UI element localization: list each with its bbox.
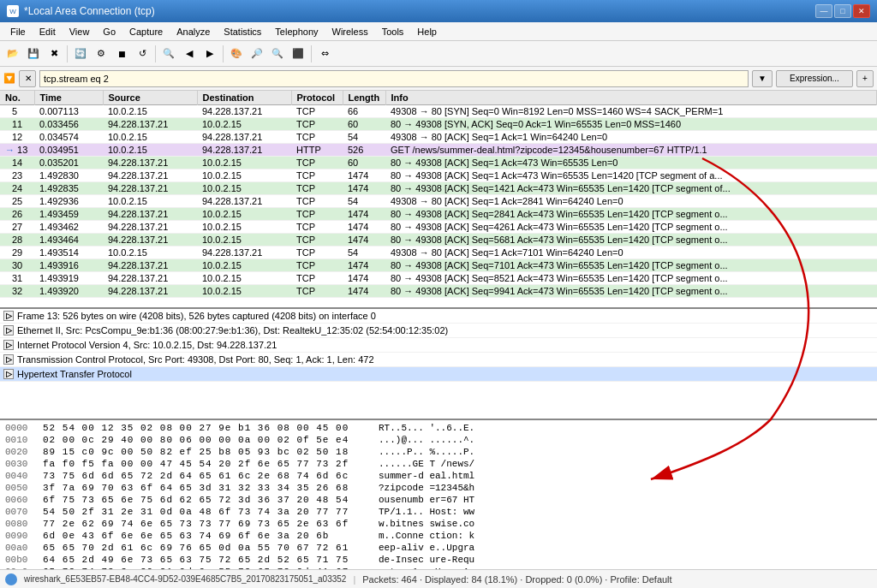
col-proto: Protocol bbox=[291, 91, 343, 105]
table-row[interactable]: 311.49391994.228.137.2110.0.2.15TCP14748… bbox=[0, 272, 877, 285]
cell-len: 1474 bbox=[343, 272, 385, 285]
menu-file[interactable]: File bbox=[3, 25, 33, 39]
detail-row[interactable]: ▷Transmission Control Protocol, Src Port… bbox=[0, 353, 877, 367]
menu-edit[interactable]: Edit bbox=[33, 25, 63, 39]
hex-row[interactable]: 0030fa f0 f5 fa 00 00 47 45 54 20 2f 6e … bbox=[0, 458, 877, 470]
table-row[interactable]: 281.49346494.228.137.2110.0.2.15TCP14748… bbox=[0, 234, 877, 246]
detail-row[interactable]: ▷Internet Protocol Version 4, Src: 10.0.… bbox=[0, 338, 877, 353]
hex-bytes: 73 75 6d 6d 65 72 2d 64 65 61 6c 2e 68 7… bbox=[43, 471, 368, 481]
status-filename: wireshark_6E53EB57-EB48-4CC4-9D52-039E46… bbox=[24, 574, 346, 584]
toolbar-colorize[interactable]: 🎨 bbox=[227, 45, 246, 63]
cell-src: 94.228.137.21 bbox=[103, 208, 197, 221]
hex-ascii: ests: 1. .User-Ag bbox=[379, 567, 474, 569]
cell-time: 1.493459 bbox=[34, 208, 103, 221]
toolbar-zoom-out[interactable]: 🔍 bbox=[268, 45, 287, 63]
detail-expand-icon[interactable]: ▷ bbox=[3, 325, 14, 336]
toolbar-capture-options[interactable]: ⚙ bbox=[92, 45, 110, 63]
menu-telephony[interactable]: Telephony bbox=[268, 25, 325, 39]
toolbar-next[interactable]: ▶ bbox=[200, 45, 219, 63]
table-row[interactable]: 261.49345994.228.137.2110.0.2.15TCP14748… bbox=[0, 208, 877, 221]
toolbar-find[interactable]: 🔍 bbox=[159, 45, 178, 63]
toolbar-open[interactable]: 📂 bbox=[3, 45, 22, 63]
cell-time: 1.493920 bbox=[34, 285, 103, 298]
menu-statistics[interactable]: Statistics bbox=[217, 25, 268, 39]
hex-row[interactable]: 00a065 65 70 2d 61 6c 69 76 65 0d 0a 55 … bbox=[0, 542, 877, 554]
toolbar-stop[interactable]: ⏹ bbox=[112, 45, 131, 63]
table-row[interactable]: 291.49351410.0.2.1594.228.137.21TCP54493… bbox=[0, 246, 877, 259]
toolbar-restart[interactable]: ↺ bbox=[133, 45, 152, 63]
hex-row[interactable]: 000052 54 00 12 35 02 08 00 27 9e b1 36 … bbox=[0, 422, 877, 434]
toolbar-zoom-normal[interactable]: ⬛ bbox=[289, 45, 307, 63]
detail-expand-icon[interactable]: ▷ bbox=[3, 311, 14, 321]
toolbar-zoom-in[interactable]: 🔎 bbox=[248, 45, 266, 63]
col-time: Time bbox=[34, 91, 103, 105]
hex-ascii: m..Conne ction: k bbox=[379, 531, 474, 541]
menu-go[interactable]: Go bbox=[96, 25, 122, 39]
toolbar-reload[interactable]: 🔄 bbox=[71, 45, 90, 63]
toolbar-prev[interactable]: ◀ bbox=[180, 45, 199, 63]
detail-expand-icon[interactable]: ▷ bbox=[3, 354, 14, 365]
detail-expand-icon[interactable]: ▷ bbox=[3, 369, 14, 379]
table-row[interactable]: 120.03457410.0.2.1594.228.137.21TCP54493… bbox=[0, 131, 877, 144]
menu-capture[interactable]: Capture bbox=[122, 25, 170, 39]
cell-proto: TCP bbox=[291, 272, 343, 285]
cell-no: 25 bbox=[0, 195, 34, 208]
table-row[interactable]: 241.49283594.228.137.2110.0.2.15TCP14748… bbox=[0, 182, 877, 195]
detail-row[interactable]: ▷Hypertext Transfer Protocol bbox=[0, 367, 877, 382]
filter-clear-button[interactable]: ✕ bbox=[19, 70, 36, 87]
detail-row[interactable]: ▷Ethernet II, Src: PcsCompu_9e:b1:36 (08… bbox=[0, 324, 877, 338]
cell-src: 10.0.2.15 bbox=[103, 131, 197, 144]
packet-table: No. Time Source Destination Protocol Len… bbox=[0, 91, 877, 298]
hex-bytes: 6d 0e 43 6f 6e 6e 65 63 74 69 6f 6e 3a 2… bbox=[43, 531, 368, 541]
table-row[interactable]: 271.49346294.228.137.2110.0.2.15TCP14748… bbox=[0, 221, 877, 234]
maximize-button[interactable]: □ bbox=[834, 4, 851, 18]
menu-wireless[interactable]: Wireless bbox=[325, 25, 375, 39]
hex-row[interactable]: 00503f 7a 69 70 63 6f 64 65 3d 31 32 33 … bbox=[0, 482, 877, 494]
detail-text: Transmission Control Protocol, Src Port:… bbox=[17, 354, 374, 365]
hex-row[interactable]: 002089 15 c0 9c 00 50 82 ef 25 b8 05 93 … bbox=[0, 446, 877, 458]
filter-add-button[interactable]: + bbox=[856, 70, 874, 87]
hex-row[interactable]: 00b064 65 2d 49 6e 73 65 63 75 72 65 2d … bbox=[0, 554, 877, 566]
menu-tools[interactable]: Tools bbox=[375, 25, 411, 39]
cell-src: 10.0.2.15 bbox=[103, 246, 197, 259]
hex-row[interactable]: 00606f 75 73 65 6e 75 6d 62 65 72 3d 36 … bbox=[0, 494, 877, 506]
menu-analyze[interactable]: Analyze bbox=[170, 25, 217, 39]
table-row[interactable]: 321.49392094.228.137.2110.0.2.15TCP14748… bbox=[0, 285, 877, 298]
detail-row[interactable]: ▷Frame 13: 526 bytes on wire (4208 bits)… bbox=[0, 309, 877, 324]
hex-row[interactable]: 00c065 73 74 73 3a 20 31 0d 0a 55 73 65 … bbox=[0, 566, 877, 569]
minimize-button[interactable]: — bbox=[815, 4, 832, 18]
table-row[interactable]: → 130.03495110.0.2.1594.228.137.21HTTP52… bbox=[0, 144, 877, 157]
table-row[interactable]: 251.49293610.0.2.1594.228.137.21TCP54493… bbox=[0, 195, 877, 208]
toolbar-close[interactable]: ✖ bbox=[45, 45, 63, 63]
packet-list[interactable]: No. Time Source Destination Protocol Len… bbox=[0, 91, 877, 309]
table-row[interactable]: 301.49391694.228.137.2110.0.2.15TCP14748… bbox=[0, 259, 877, 272]
table-row[interactable]: 50.00711310.0.2.1594.228.137.21TCP664930… bbox=[0, 105, 877, 118]
col-len: Length bbox=[343, 91, 385, 105]
hex-row[interactable]: 004073 75 6d 6d 65 72 2d 64 65 61 6c 2e … bbox=[0, 470, 877, 482]
table-row[interactable]: 231.49283094.228.137.2110.0.2.15TCP14748… bbox=[0, 169, 877, 182]
hex-dump[interactable]: 000052 54 00 12 35 02 08 00 27 9e b1 36 … bbox=[0, 420, 877, 569]
close-button[interactable]: ✕ bbox=[853, 4, 870, 18]
menu-view[interactable]: View bbox=[63, 25, 97, 39]
table-row[interactable]: 110.03345694.228.137.2110.0.2.15TCP6080 … bbox=[0, 118, 877, 131]
menu-help[interactable]: Help bbox=[410, 25, 444, 39]
toolbar-resize[interactable]: ⇔ bbox=[315, 45, 334, 63]
hex-bytes: 6f 75 73 65 6e 75 6d 62 65 72 3d 36 37 2… bbox=[43, 495, 368, 505]
cell-info: 80 → 49308 [ACK] Seq=9941 Ack=473 Win=65… bbox=[385, 285, 877, 298]
cell-no: → 13 bbox=[0, 144, 34, 157]
toolbar-save[interactable]: 💾 bbox=[24, 45, 43, 63]
hex-bytes: 77 2e 62 69 74 6e 65 73 73 77 69 73 65 2… bbox=[43, 519, 368, 529]
filter-dropdown-button[interactable]: ▼ bbox=[752, 70, 773, 87]
packet-tbody: 50.00711310.0.2.1594.228.137.21TCP664930… bbox=[0, 105, 877, 298]
hex-row[interactable]: 00906d 0e 43 6f 6e 6e 65 63 74 69 6f 6e … bbox=[0, 530, 877, 542]
cell-len: 1474 bbox=[343, 259, 385, 272]
hex-row[interactable]: 008077 2e 62 69 74 6e 65 73 73 77 69 73 … bbox=[0, 518, 877, 530]
filter-expression-button[interactable]: Expression... bbox=[776, 70, 853, 87]
detail-expand-icon[interactable]: ▷ bbox=[3, 340, 14, 350]
hex-row[interactable]: 007054 50 2f 31 2e 31 0d 0a 48 6f 73 74 … bbox=[0, 506, 877, 518]
cell-info: 80 → 49308 [ACK] Seq=7101 Ack=473 Win=65… bbox=[385, 259, 877, 272]
table-row[interactable]: 140.03520194.228.137.2110.0.2.15TCP6080 … bbox=[0, 157, 877, 169]
filter-input[interactable] bbox=[39, 70, 749, 87]
detail-text: Hypertext Transfer Protocol bbox=[17, 369, 132, 379]
hex-row[interactable]: 001002 00 0c 29 40 00 80 06 00 00 0a 00 … bbox=[0, 434, 877, 446]
